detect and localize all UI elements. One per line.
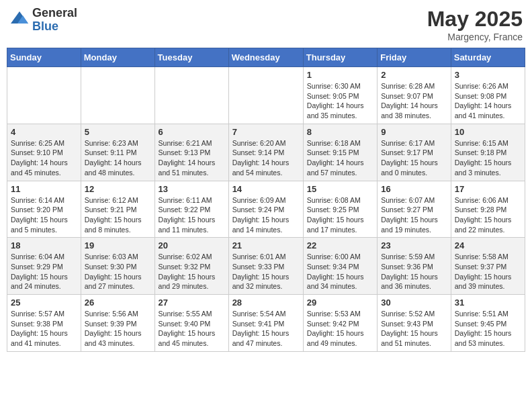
day-cell: 30Sunrise: 5:52 AM Sunset: 9:43 PM Dayli… (378, 295, 451, 352)
day-cell: 3Sunrise: 6:26 AM Sunset: 9:08 PM Daylig… (451, 67, 525, 124)
day-cell: 15Sunrise: 6:08 AM Sunset: 9:25 PM Dayli… (303, 181, 377, 238)
day-number: 8 (307, 127, 373, 137)
day-number: 17 (455, 184, 521, 194)
logo-text: General Blue (32, 7, 77, 34)
day-info: Sunrise: 6:14 AM Sunset: 9:20 PM Dayligh… (11, 195, 77, 235)
day-number: 29 (307, 298, 373, 308)
day-info: Sunrise: 5:52 AM Sunset: 9:43 PM Dayligh… (381, 309, 447, 349)
day-cell: 19Sunrise: 6:03 AM Sunset: 9:30 PM Dayli… (81, 238, 154, 295)
day-cell: 31Sunrise: 5:51 AM Sunset: 9:45 PM Dayli… (451, 295, 525, 352)
day-cell: 2Sunrise: 6:28 AM Sunset: 9:07 PM Daylig… (378, 67, 451, 124)
day-number: 21 (232, 240, 300, 250)
day-info: Sunrise: 6:11 AM Sunset: 9:22 PM Dayligh… (159, 195, 225, 235)
day-info: Sunrise: 5:54 AM Sunset: 9:41 PM Dayligh… (232, 309, 300, 349)
day-cell: 10Sunrise: 6:15 AM Sunset: 9:18 PM Dayli… (451, 124, 525, 181)
day-number: 25 (11, 298, 77, 308)
day-number: 19 (85, 240, 151, 250)
weekday-header-saturday: Saturday (451, 48, 525, 67)
month-title: May 2025 (427, 7, 523, 32)
day-cell: 29Sunrise: 5:53 AM Sunset: 9:42 PM Dayli… (303, 295, 377, 352)
calendar: SundayMondayTuesdayWednesdayThursdayFrid… (7, 48, 525, 352)
day-info: Sunrise: 6:09 AM Sunset: 9:24 PM Dayligh… (232, 195, 300, 235)
day-info: Sunrise: 6:02 AM Sunset: 9:32 PM Dayligh… (159, 252, 225, 291)
day-info: Sunrise: 5:51 AM Sunset: 9:45 PM Dayligh… (455, 309, 521, 349)
day-cell: 28Sunrise: 5:54 AM Sunset: 9:41 PM Dayli… (228, 295, 303, 352)
day-cell: 21Sunrise: 6:01 AM Sunset: 9:33 PM Dayli… (228, 238, 303, 295)
day-info: Sunrise: 5:56 AM Sunset: 9:39 PM Dayligh… (85, 309, 151, 349)
week-row-2: 11Sunrise: 6:14 AM Sunset: 9:20 PM Dayli… (7, 181, 525, 238)
logo-general: General (32, 7, 77, 20)
day-info: Sunrise: 5:53 AM Sunset: 9:42 PM Dayligh… (307, 309, 373, 349)
day-info: Sunrise: 6:28 AM Sunset: 9:07 PM Dayligh… (381, 81, 447, 121)
logo: General Blue (9, 7, 77, 34)
day-cell: 6Sunrise: 6:21 AM Sunset: 9:13 PM Daylig… (154, 124, 228, 181)
day-info: Sunrise: 6:25 AM Sunset: 9:10 PM Dayligh… (11, 138, 77, 178)
day-info: Sunrise: 5:59 AM Sunset: 9:36 PM Dayligh… (381, 252, 447, 291)
day-number: 18 (11, 240, 77, 250)
day-cell: 22Sunrise: 6:00 AM Sunset: 9:34 PM Dayli… (303, 238, 377, 295)
week-row-0: 1Sunrise: 6:30 AM Sunset: 9:05 PM Daylig… (7, 67, 525, 124)
day-number: 9 (381, 127, 447, 137)
day-cell: 18Sunrise: 6:04 AM Sunset: 9:29 PM Dayli… (7, 238, 81, 295)
weekday-header-monday: Monday (81, 48, 154, 67)
day-cell: 13Sunrise: 6:11 AM Sunset: 9:22 PM Dayli… (154, 181, 228, 238)
day-info: Sunrise: 6:21 AM Sunset: 9:13 PM Dayligh… (159, 138, 225, 178)
day-info: Sunrise: 5:57 AM Sunset: 9:38 PM Dayligh… (11, 309, 77, 349)
day-info: Sunrise: 6:30 AM Sunset: 9:05 PM Dayligh… (307, 81, 373, 121)
day-info: Sunrise: 6:07 AM Sunset: 9:27 PM Dayligh… (381, 195, 447, 235)
day-number: 31 (455, 298, 521, 308)
day-cell: 24Sunrise: 5:58 AM Sunset: 9:37 PM Dayli… (451, 238, 525, 295)
day-info: Sunrise: 5:55 AM Sunset: 9:40 PM Dayligh… (159, 309, 225, 349)
day-cell: 12Sunrise: 6:12 AM Sunset: 9:21 PM Dayli… (81, 181, 154, 238)
day-number: 23 (381, 240, 447, 250)
day-cell: 20Sunrise: 6:02 AM Sunset: 9:32 PM Dayli… (154, 238, 228, 295)
weekday-header-sunday: Sunday (7, 48, 81, 67)
location: Margency, France (427, 32, 523, 42)
week-row-4: 25Sunrise: 5:57 AM Sunset: 9:38 PM Dayli… (7, 295, 525, 352)
day-number: 30 (381, 298, 447, 308)
day-cell: 5Sunrise: 6:23 AM Sunset: 9:11 PM Daylig… (81, 124, 154, 181)
page-header: General Blue May 2025 Margency, France (7, 7, 525, 42)
weekday-header-wednesday: Wednesday (228, 48, 303, 67)
day-number: 1 (307, 70, 373, 80)
day-info: Sunrise: 6:26 AM Sunset: 9:08 PM Dayligh… (455, 81, 521, 121)
day-info: Sunrise: 6:15 AM Sunset: 9:18 PM Dayligh… (455, 138, 521, 178)
day-cell: 9Sunrise: 6:17 AM Sunset: 9:17 PM Daylig… (378, 124, 451, 181)
day-number: 7 (232, 127, 300, 137)
logo-icon (9, 10, 30, 30)
day-info: Sunrise: 6:00 AM Sunset: 9:34 PM Dayligh… (307, 252, 373, 291)
day-number: 2 (381, 70, 447, 80)
day-info: Sunrise: 6:04 AM Sunset: 9:29 PM Dayligh… (11, 252, 77, 291)
day-info: Sunrise: 6:23 AM Sunset: 9:11 PM Dayligh… (85, 138, 151, 178)
day-info: Sunrise: 6:17 AM Sunset: 9:17 PM Dayligh… (381, 138, 447, 178)
weekday-header-friday: Friday (378, 48, 451, 67)
day-cell (154, 67, 228, 124)
day-cell: 7Sunrise: 6:20 AM Sunset: 9:14 PM Daylig… (228, 124, 303, 181)
day-info: Sunrise: 6:03 AM Sunset: 9:30 PM Dayligh… (85, 252, 151, 291)
day-number: 12 (85, 184, 151, 194)
day-cell: 8Sunrise: 6:18 AM Sunset: 9:15 PM Daylig… (303, 124, 377, 181)
weekday-header-thursday: Thursday (303, 48, 377, 67)
day-info: Sunrise: 6:12 AM Sunset: 9:21 PM Dayligh… (85, 195, 151, 235)
logo-blue: Blue (32, 20, 77, 34)
day-number: 26 (85, 298, 151, 308)
title-block: May 2025 Margency, France (427, 7, 523, 42)
weekday-header-tuesday: Tuesday (154, 48, 228, 67)
day-cell: 1Sunrise: 6:30 AM Sunset: 9:05 PM Daylig… (303, 67, 377, 124)
day-number: 27 (159, 298, 225, 308)
day-cell (228, 67, 303, 124)
day-info: Sunrise: 6:18 AM Sunset: 9:15 PM Dayligh… (307, 138, 373, 178)
week-row-1: 4Sunrise: 6:25 AM Sunset: 9:10 PM Daylig… (7, 124, 525, 181)
day-cell: 27Sunrise: 5:55 AM Sunset: 9:40 PM Dayli… (154, 295, 228, 352)
day-cell: 26Sunrise: 5:56 AM Sunset: 9:39 PM Dayli… (81, 295, 154, 352)
day-number: 28 (232, 298, 300, 308)
day-number: 5 (85, 127, 151, 137)
day-info: Sunrise: 6:01 AM Sunset: 9:33 PM Dayligh… (232, 252, 300, 291)
day-cell: 17Sunrise: 6:06 AM Sunset: 9:28 PM Dayli… (451, 181, 525, 238)
weekday-header-row: SundayMondayTuesdayWednesdayThursdayFrid… (7, 48, 525, 67)
day-cell: 25Sunrise: 5:57 AM Sunset: 9:38 PM Dayli… (7, 295, 81, 352)
day-number: 22 (307, 240, 373, 250)
day-number: 14 (232, 184, 300, 194)
day-number: 20 (159, 240, 225, 250)
day-cell: 14Sunrise: 6:09 AM Sunset: 9:24 PM Dayli… (228, 181, 303, 238)
